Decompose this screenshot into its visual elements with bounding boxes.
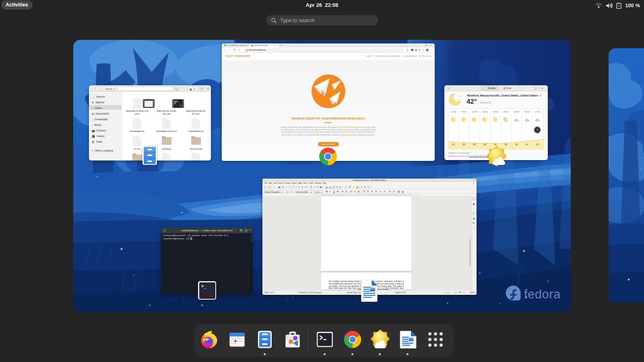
svg-text:fedora: fedora xyxy=(524,287,561,301)
